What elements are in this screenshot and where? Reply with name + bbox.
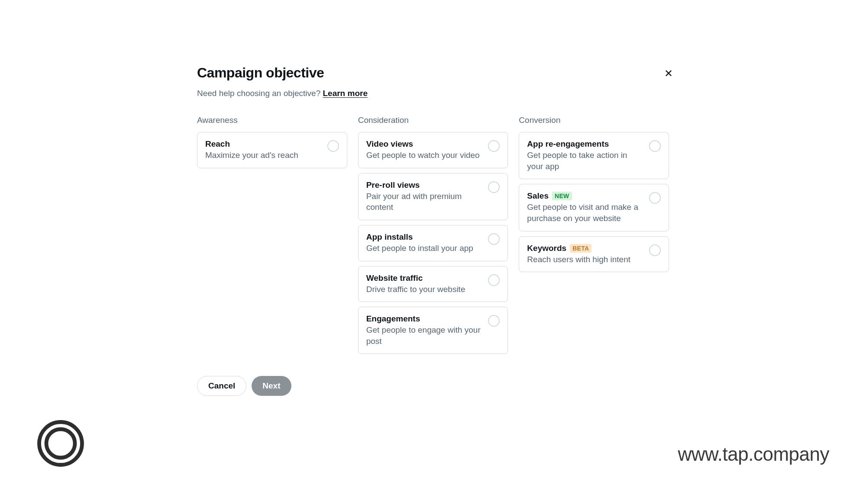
column-conversion: Conversion App re-engagements Get people… bbox=[519, 116, 669, 359]
option-desc: Get people to take action in your app bbox=[527, 150, 645, 172]
option-content: Video views Get people to watch your vid… bbox=[366, 139, 488, 161]
option-preroll-views[interactable]: Pre-roll views Pair your ad with premium… bbox=[358, 173, 508, 220]
column-header-consideration: Consideration bbox=[358, 116, 508, 125]
modal-footer: Cancel Next bbox=[197, 376, 669, 396]
option-content: Website traffic Drive traffic to your we… bbox=[366, 273, 488, 295]
option-app-reengagements[interactable]: App re-engagements Get people to take ac… bbox=[519, 132, 669, 179]
column-header-awareness: Awareness bbox=[197, 116, 347, 125]
option-content: App re-engagements Get people to take ac… bbox=[527, 139, 649, 172]
option-title: App re-engagements bbox=[527, 139, 645, 149]
help-text: Need help choosing an objective? Learn m… bbox=[197, 89, 669, 98]
badge-beta: BETA bbox=[570, 244, 591, 253]
option-website-traffic[interactable]: Website traffic Drive traffic to your we… bbox=[358, 266, 508, 302]
badge-new: NEW bbox=[552, 192, 572, 200]
option-engagements[interactable]: Engagements Get people to engage with yo… bbox=[358, 307, 508, 354]
option-title: Video views bbox=[366, 139, 484, 149]
option-video-views[interactable]: Video views Get people to watch your vid… bbox=[358, 132, 508, 168]
option-content: Engagements Get people to engage with yo… bbox=[366, 314, 488, 347]
option-title: Pre-roll views bbox=[366, 180, 484, 190]
option-title: App installs bbox=[366, 232, 484, 242]
column-awareness: Awareness Reach Maximize your ad's reach bbox=[197, 116, 347, 359]
option-content: Sales NEW Get people to visit and make a… bbox=[527, 191, 649, 224]
option-reach[interactable]: Reach Maximize your ad's reach bbox=[197, 132, 347, 168]
help-text-prefix: Need help choosing an objective? bbox=[197, 89, 323, 98]
branding-url: www.tap.company bbox=[678, 443, 829, 465]
option-keywords[interactable]: Keywords BETA Reach users with high inte… bbox=[519, 236, 669, 273]
option-title: Sales NEW bbox=[527, 191, 645, 201]
campaign-objective-modal: Campaign objective Need help choosing an… bbox=[197, 65, 669, 396]
option-content: Pre-roll views Pair your ad with premium… bbox=[366, 180, 488, 213]
next-button[interactable]: Next bbox=[252, 376, 291, 396]
option-title-text: Keywords bbox=[527, 244, 566, 253]
option-title: Reach bbox=[205, 139, 323, 149]
option-desc: Reach users with high intent bbox=[527, 254, 645, 265]
cancel-button[interactable]: Cancel bbox=[197, 376, 246, 396]
radio-button[interactable] bbox=[488, 181, 500, 193]
radio-button[interactable] bbox=[649, 244, 661, 256]
option-desc: Get people to install your app bbox=[366, 243, 484, 254]
option-title: Website traffic bbox=[366, 273, 484, 283]
radio-button[interactable] bbox=[488, 274, 500, 286]
option-desc: Get people to engage with your post bbox=[366, 324, 484, 347]
learn-more-link[interactable]: Learn more bbox=[323, 89, 367, 98]
svg-point-1 bbox=[46, 429, 75, 458]
logo-icon bbox=[37, 420, 84, 467]
option-desc: Drive traffic to your website bbox=[366, 284, 484, 295]
option-desc: Maximize your ad's reach bbox=[205, 150, 323, 161]
radio-button[interactable] bbox=[488, 233, 500, 245]
option-desc: Get people to visit and make a purchase … bbox=[527, 202, 645, 224]
option-desc: Pair your ad with premium content bbox=[366, 191, 484, 213]
radio-button[interactable] bbox=[488, 140, 500, 152]
radio-button[interactable] bbox=[488, 315, 500, 327]
option-content: App installs Get people to install your … bbox=[366, 232, 488, 254]
option-app-installs[interactable]: App installs Get people to install your … bbox=[358, 225, 508, 261]
option-content: Reach Maximize your ad's reach bbox=[205, 139, 327, 161]
option-title: Keywords BETA bbox=[527, 244, 645, 253]
option-content: Keywords BETA Reach users with high inte… bbox=[527, 244, 649, 265]
column-consideration: Consideration Video views Get people to … bbox=[358, 116, 508, 359]
column-header-conversion: Conversion bbox=[519, 116, 669, 125]
option-sales[interactable]: Sales NEW Get people to visit and make a… bbox=[519, 184, 669, 231]
radio-button[interactable] bbox=[327, 140, 339, 152]
radio-button[interactable] bbox=[649, 192, 661, 204]
option-desc: Get people to watch your video bbox=[366, 150, 484, 161]
objective-columns: Awareness Reach Maximize your ad's reach… bbox=[197, 116, 669, 359]
radio-button[interactable] bbox=[649, 140, 661, 152]
option-title-text: Sales bbox=[527, 191, 549, 201]
modal-title: Campaign objective bbox=[197, 65, 669, 81]
option-title: Engagements bbox=[366, 314, 484, 324]
